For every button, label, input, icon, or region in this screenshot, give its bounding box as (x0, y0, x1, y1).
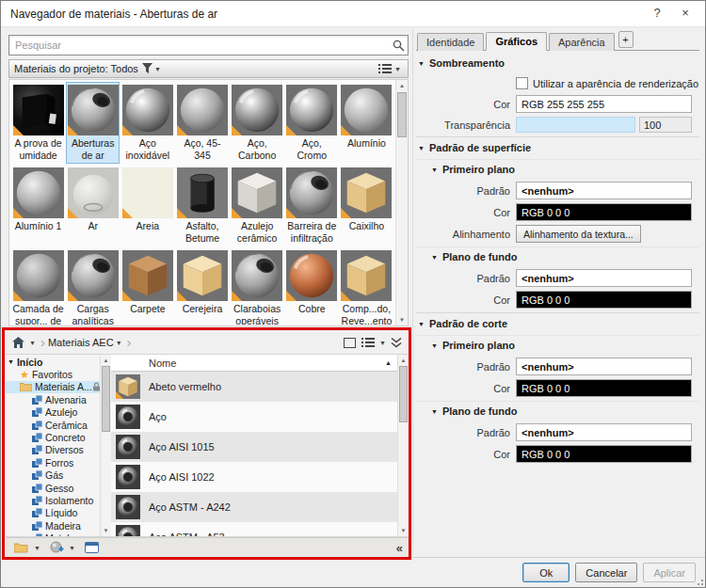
material-grid-item[interactable]: Azulejo cerâmico (231, 165, 284, 246)
library-tree-item[interactable]: Gesso (6, 482, 100, 494)
section-padrao-corte[interactable]: ▼ Padrão de corte (416, 312, 699, 333)
collapse-triangle-icon[interactable]: ▼ (431, 408, 438, 415)
chevron-down-icon[interactable]: ▼ (154, 66, 161, 72)
subsection-plano-de-fundo[interactable]: ▼ Plano de fundo (416, 401, 699, 420)
library-tree-item[interactable]: Alvenaria (6, 393, 100, 405)
chevron-down-icon[interactable]: ▼ (69, 545, 75, 551)
scroll-down-icon[interactable]: ▼ (398, 525, 409, 536)
search-input[interactable] (9, 40, 389, 51)
cut-bg-pattern-field[interactable]: <nenhum> (516, 423, 692, 441)
add-tab-button[interactable]: + (618, 31, 634, 48)
collapse-triangle-icon[interactable]: ▼ (431, 167, 438, 173)
library-list-row[interactable]: Aço AISI 1022 (111, 462, 397, 492)
name-column-header[interactable]: Nome (149, 358, 176, 369)
library-tree-item[interactable]: Materiais A... (6, 381, 100, 393)
scrollbar-thumb[interactable] (399, 366, 408, 422)
section-padrao-superficie[interactable]: ▼ Padrão de superfície (416, 136, 699, 157)
material-grid-item[interactable]: Aço, Cromo polido (285, 82, 339, 164)
manage-library-icon[interactable] (14, 542, 29, 553)
material-grid-item[interactable]: Comp...do, Reve...ento (340, 247, 393, 325)
material-grid-item[interactable]: Asfalto, Betume (175, 165, 229, 246)
use-render-appearance-checkbox[interactable] (516, 77, 528, 89)
library-tree-item[interactable]: Gás (6, 469, 100, 482)
scroll-down-icon[interactable]: ▼ (101, 525, 111, 536)
library-tree-item[interactable]: Azulejo (6, 406, 100, 419)
tab-graficos[interactable]: Gráficos (486, 32, 547, 51)
library-tree-item[interactable]: Concreto (6, 431, 100, 443)
collapse-panel-icon[interactable]: « (396, 541, 403, 555)
grid-scrollbar[interactable]: ▲ ▼ (395, 80, 408, 326)
filter-icon[interactable] (142, 63, 152, 75)
transparency-slider[interactable] (516, 117, 635, 133)
section-sombreamento[interactable]: ▼ Sombreamento (416, 53, 699, 72)
subsection-primeiro-plano[interactable]: ▼ Primeiro plano (416, 159, 699, 178)
chevron-down-icon[interactable]: ▼ (116, 340, 122, 346)
material-grid-item[interactable]: Cobre (285, 247, 339, 325)
material-grid-item[interactable]: Alumínio 1 (11, 165, 65, 246)
library-list-row[interactable]: Aço (111, 402, 397, 432)
collapse-triangle-icon[interactable]: ▼ (431, 254, 438, 261)
tree-scrollbar[interactable]: ▲ ▼ (100, 355, 111, 536)
scroll-up-icon[interactable]: ▲ (398, 355, 409, 366)
surface-fg-color-field[interactable]: RGB 0 0 0 (516, 203, 692, 221)
list-scrollbar[interactable]: ▲ ▼ (397, 355, 409, 536)
library-tree-item[interactable]: ▼ Início (6, 356, 100, 368)
cut-bg-color-field[interactable]: RGB 0 0 0 (516, 445, 692, 463)
chevron-down-icon[interactable]: ▼ (379, 340, 386, 346)
texture-alignment-button[interactable]: Alinhamento da textura... (516, 225, 641, 243)
chevron-down-icon[interactable]: ▼ (394, 66, 401, 72)
scrollbar-thumb[interactable] (102, 366, 110, 432)
project-materials-header[interactable]: Materiais do projeto: Todos ▼ ▼ (8, 59, 409, 78)
library-pane-toggle-icon[interactable] (344, 338, 356, 348)
close-button[interactable]: × (675, 6, 696, 23)
scrollbar-thumb[interactable] (397, 92, 407, 137)
view-options-icon[interactable] (378, 63, 393, 75)
material-grid-item[interactable]: Aço, Carbono (231, 82, 284, 164)
apply-button[interactable]: Aplicar (643, 563, 696, 582)
open-material-editor-icon[interactable] (85, 542, 99, 553)
library-tree-item[interactable]: ★ Favoritos (6, 368, 100, 380)
material-grid-item[interactable]: Carpete (120, 247, 174, 325)
material-grid-item[interactable]: Barreira de infiltração ... (285, 165, 339, 246)
surface-bg-pattern-field[interactable]: <nenhum> (516, 269, 692, 287)
material-grid-item[interactable]: Aberturas de ar (66, 82, 120, 164)
library-tree-item[interactable]: Cerâmica (6, 419, 100, 431)
create-material-icon[interactable] (50, 541, 64, 554)
subsection-plano-de-fundo[interactable]: ▼ Plano de fundo (416, 246, 699, 265)
collapse-triangle-icon[interactable]: ▼ (418, 60, 425, 67)
material-grid-item[interactable]: Claraboias operáveis (231, 247, 284, 325)
chevron-down-icon[interactable]: ▼ (34, 545, 40, 551)
library-list-row[interactable]: Abeto vermelho (111, 372, 397, 402)
library-tree-item[interactable]: Líquido (6, 507, 100, 519)
material-grid-item[interactable]: Aço, 45-345 (175, 82, 229, 164)
surface-bg-color-field[interactable]: RGB 0 0 0 (516, 291, 692, 309)
material-grid-item[interactable]: Camada de supor... de ... (11, 247, 65, 325)
library-tree-item[interactable]: Metal (6, 532, 100, 536)
library-tree-item[interactable]: Diversos (6, 444, 100, 456)
transparency-value[interactable]: 100 (639, 117, 692, 133)
help-button[interactable]: ? (647, 6, 667, 23)
scroll-up-icon[interactable]: ▲ (101, 355, 111, 366)
minimize-library-icon[interactable] (391, 337, 402, 348)
library-tree-item[interactable]: Forros (6, 456, 100, 469)
material-grid-item[interactable]: Cargas analíticas ... (66, 247, 120, 325)
library-tree-item[interactable]: Madeira (6, 519, 100, 532)
scroll-down-icon[interactable]: ▼ (396, 314, 408, 326)
material-grid-item[interactable]: Aço inoxidável (120, 82, 174, 164)
material-grid-item[interactable]: Areia (120, 165, 174, 246)
cancel-button[interactable]: Cancelar (575, 563, 637, 582)
scroll-up-icon[interactable]: ▲ (396, 80, 408, 91)
ok-button[interactable]: Ok (522, 563, 570, 582)
surface-fg-pattern-field[interactable]: <nenhum> (516, 182, 692, 199)
material-grid-item[interactable]: Alumínio (340, 82, 393, 164)
home-icon[interactable] (12, 337, 24, 348)
library-list-row[interactable]: Aço AISI 1015 (111, 432, 397, 462)
view-options-icon[interactable] (361, 338, 375, 347)
search-icon[interactable] (389, 40, 408, 52)
breadcrumb[interactable]: Materiais AEC (48, 337, 114, 348)
material-grid-item[interactable]: A prova de umidade (11, 82, 65, 164)
library-list-row[interactable]: Aço ASTM - A53 (111, 522, 397, 536)
sort-ascending-icon[interactable]: ▲ (385, 359, 392, 366)
tab-aparencia[interactable]: Aparência (549, 33, 615, 51)
material-grid-item[interactable]: Cerejeira (175, 247, 229, 325)
